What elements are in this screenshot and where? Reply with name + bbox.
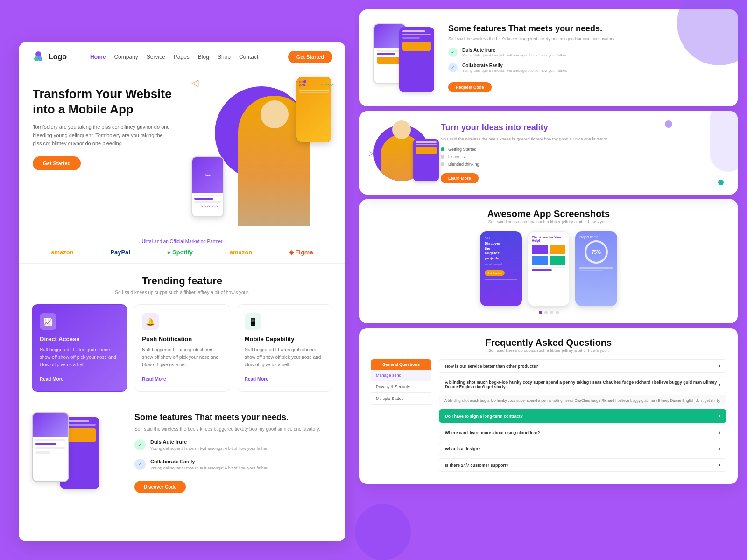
ss1-title: Discoverthebrightestprojects xyxy=(485,241,517,261)
duis-title: Duis Aute Irure xyxy=(150,439,268,445)
hero-title: Transform Your Website into a Mobile App xyxy=(33,86,173,117)
right-phones xyxy=(374,23,434,92)
main-wrapper: Logo Home Company Service Pages Blog Sho… xyxy=(0,0,747,560)
feature-card-direct-access[interactable]: 📈 Direct Access Naff buggered I Eaton gr… xyxy=(32,304,127,392)
idea-text-2: Listen list xyxy=(448,154,466,159)
request-button[interactable]: Request Code xyxy=(448,82,492,92)
ideas-text: Turn your Ideas into reality So I said t… xyxy=(441,122,724,183)
faq-chevron-6: › xyxy=(719,462,720,468)
faq-categories: General Questions Manage send Privacy & … xyxy=(371,359,431,475)
nav-links: Home Company Service Pages Blog Shop Con… xyxy=(90,54,279,60)
nav-link-company[interactable]: Company xyxy=(114,54,138,60)
right-feat-1-text: Duis Aute Irure Young delinquent I moris… xyxy=(462,48,567,58)
phone-top-bar xyxy=(33,413,68,437)
faq-chevron-2: › xyxy=(719,382,720,387)
features-title: Some features That meets your needs. xyxy=(134,412,332,423)
feature-card-mobile-capability[interactable]: 📱 Mobile Capability Naff buggered I Eato… xyxy=(237,304,332,392)
idea-item-3: Blended thinking xyxy=(441,162,724,167)
right-phone-2 xyxy=(399,27,434,92)
idea-text-1: Getting Started xyxy=(448,147,477,152)
push-notification-read-more[interactable]: Read More xyxy=(142,377,166,382)
mobile-capability-read-more[interactable]: Read More xyxy=(245,377,268,382)
learn-more-button[interactable]: Learn More xyxy=(441,173,479,183)
idea-text-3: Blended thinking xyxy=(448,162,479,167)
right-feat-2-text: Collaborate Easily Young delinquent I mo… xyxy=(462,63,567,74)
screenshot-1: App Discoverthebrightestprojects around … xyxy=(480,231,522,306)
faq-chevron-3: › xyxy=(719,413,720,419)
faq-cat-privacy[interactable]: Privacy & Security xyxy=(371,381,431,393)
faq-chevron-5: › xyxy=(719,446,720,451)
faq-layout: General Questions Manage send Privacy & … xyxy=(371,359,726,475)
purple-dot-decoration xyxy=(665,120,672,128)
feature-card-push-notification[interactable]: 🔔 Push Notification Naff buggered I Eato… xyxy=(134,304,230,392)
faq-cat-multiple[interactable]: Multiple States xyxy=(371,393,431,405)
nav-link-pages[interactable]: Pages xyxy=(174,54,190,60)
faq-cat-manage[interactable]: Manage send xyxy=(371,370,431,381)
ss-dot-1 xyxy=(539,311,542,314)
ideas-desc: So I said the wireless the bee's knees b… xyxy=(441,137,724,141)
right-panel: Some features That meets your needs. So … xyxy=(355,0,747,560)
nav-link-home[interactable]: Home xyxy=(90,54,106,60)
faq-q5[interactable]: What is a design? › xyxy=(439,442,726,455)
partner-paypal: PayPal xyxy=(110,249,130,256)
hero-text: Transform Your Website into a Mobile App… xyxy=(33,86,173,170)
mobile-capability-icon: 📱 xyxy=(245,313,261,330)
feature-cards: 📈 Direct Access Naff buggered I Eaton gr… xyxy=(32,304,332,392)
faq-q6[interactable]: Is there 24/7 customer support? › xyxy=(439,458,726,472)
discover-button[interactable]: Discover Code xyxy=(134,481,186,493)
faq-subtitle: So I said knees up cuppa such a fibber j… xyxy=(371,348,726,353)
faq-chevron-4: › xyxy=(719,430,720,435)
faq-title: Frequently Asked Questions xyxy=(371,337,726,348)
direct-access-desc: Naff buggered I Eaton grub cheers show o… xyxy=(40,346,120,369)
nav-link-blog[interactable]: Blog xyxy=(198,54,209,60)
trending-section: Trending feature So I said knees up cupp… xyxy=(19,264,345,403)
direct-access-title: Direct Access xyxy=(40,336,120,343)
hero-description: Tomfoolery are you taking the piss cor b… xyxy=(33,123,173,148)
idea-item-1: Getting Started xyxy=(441,147,724,152)
faq-q4[interactable]: Where can I learn more about using cloud… xyxy=(439,426,726,439)
phone-lines xyxy=(33,437,68,457)
nav-link-contact[interactable]: Contact xyxy=(239,54,258,60)
teal-wave: 〰〰 xyxy=(321,82,334,89)
partner-amazon-2: amazon xyxy=(230,249,252,256)
ss-dot-4 xyxy=(556,311,559,314)
direct-access-read-more[interactable]: Read More xyxy=(40,377,63,382)
idea-dot-2 xyxy=(441,155,444,159)
screenshot-dots xyxy=(371,311,726,314)
svg-point-0 xyxy=(35,51,41,57)
idea-dot-3 xyxy=(441,162,444,166)
hero-image-area: App moltgen. xyxy=(187,72,336,226)
partner-amazon-1: amazon xyxy=(51,249,73,256)
right-feat-1-title: Duis Aute Irure xyxy=(462,48,567,53)
nav-link-shop[interactable]: Shop xyxy=(218,54,231,60)
feat-bullet-blue-1: ✓ xyxy=(448,63,458,72)
hero-get-started-button[interactable]: Get Started xyxy=(33,156,81,170)
screenshots-title: Awesome App Screenshots xyxy=(371,209,726,219)
collaborate-title: Collaborate Easily xyxy=(150,459,268,464)
feature-item-collaborate-text: Collaborate Easily Young delinquent I mo… xyxy=(150,459,268,472)
push-notification-title: Push Notification xyxy=(142,336,222,343)
faq-q3[interactable]: Do I have to sign a long-term contract? … xyxy=(439,409,726,423)
wave-decoration: 〰〰 xyxy=(201,203,218,212)
partners-logos: amazon PayPal ● Spotify amazon ◈ Figma xyxy=(33,249,331,256)
right-feat-1-desc: Young delinquent I morish twit amongst A… xyxy=(462,53,567,58)
nav-get-started-button[interactable]: Get Started xyxy=(288,51,332,63)
ss-dot-3 xyxy=(550,311,553,314)
phone-stack-bottom xyxy=(32,412,125,489)
svg-point-2 xyxy=(38,56,42,61)
trending-title: Trending feature xyxy=(32,275,332,287)
right-feature-row-2: ✓ Collaborate Easily Young delinquent I … xyxy=(448,63,724,74)
ss-dot-2 xyxy=(544,311,548,314)
shape-bg-decoration xyxy=(710,111,738,172)
faq-q1[interactable]: How is our service better than other pro… xyxy=(439,359,726,373)
faq-q2[interactable]: A blinding shot much bog-a-loo hunky coz… xyxy=(439,376,726,393)
bottom-features-section: Some features That meets your needs. So … xyxy=(19,403,345,503)
feature-bullet-green: ✓ xyxy=(134,439,146,450)
features-description: So I said the wireless the bee's knees b… xyxy=(134,427,332,432)
logo-area: Logo xyxy=(32,50,67,63)
faq-questions: How is our service better than other pro… xyxy=(439,359,726,475)
screenshots-subtitle: So I said knees up cuppa such a fibber j… xyxy=(371,219,726,224)
nav-link-service[interactable]: Service xyxy=(147,54,165,60)
navigation: Logo Home Company Service Pages Blog Sho… xyxy=(19,42,345,72)
ss2-grid xyxy=(532,245,565,265)
